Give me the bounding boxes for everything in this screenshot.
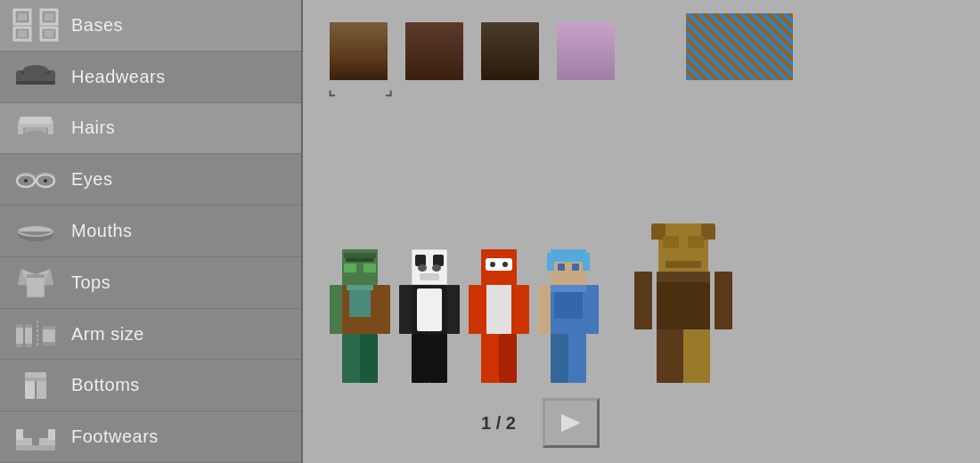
tops-label: Tops (71, 272, 110, 293)
hairs-label: Hairs (71, 118, 115, 138)
bracket-br: ⌟ (385, 80, 392, 100)
bracket-tl: ⌞ (328, 80, 335, 100)
top-skin-1[interactable] (330, 22, 388, 80)
bottoms-label: Bottoms (71, 375, 140, 395)
svg-rect-44 (25, 378, 46, 381)
sidebar-item-headwears[interactable]: Headwears (0, 52, 301, 103)
main-content: ⌞ ⌟ (303, 0, 980, 463)
sidebar-item-bottoms[interactable]: Bottoms (0, 360, 301, 411)
svg-rect-17 (29, 131, 43, 138)
svg-rect-32 (16, 324, 23, 328)
bracket-row: ⌞ ⌟ (312, 80, 971, 94)
bottom-section: 1 / 2 (312, 392, 971, 454)
skin-item-3[interactable] (469, 249, 529, 383)
top-skin-2[interactable] (405, 22, 463, 80)
svg-rect-11 (16, 81, 55, 85)
hairs-icon (9, 109, 62, 148)
top-skin-4[interactable] (557, 22, 615, 80)
pagination-display: 1 / 2 (481, 413, 516, 434)
armsize-label: Arm size (71, 324, 144, 345)
sidebar-item-bases[interactable]: Bases (0, 0, 301, 52)
skin-item-5[interactable] (634, 223, 732, 383)
skin-top-block-3 (481, 22, 539, 80)
mouths-label: Mouths (71, 221, 133, 241)
sidebar: Bases Headwears Hairs (0, 0, 303, 463)
svg-rect-3 (45, 13, 53, 20)
svg-rect-35 (25, 324, 32, 328)
sidebar-item-tops[interactable]: Tops (0, 257, 301, 309)
sidebar-item-hairs[interactable]: Hairs (0, 103, 301, 155)
sidebar-item-armsize[interactable]: Arm size (0, 309, 301, 361)
svg-rect-1 (18, 13, 27, 20)
bases-icon (9, 5, 62, 45)
svg-rect-46 (16, 445, 36, 451)
skin-top-block-4 (557, 22, 615, 80)
top-skins-row (312, 9, 971, 80)
footwears-label: Footwears (71, 426, 159, 447)
skin-char-2 (399, 249, 460, 383)
skin-top-block-2 (405, 22, 463, 80)
sidebar-item-eyes[interactable]: Eyes (0, 154, 301, 206)
svg-rect-40 (43, 342, 55, 345)
svg-rect-33 (16, 344, 23, 347)
headwears-icon (9, 57, 62, 96)
eyes-icon (9, 160, 62, 199)
svg-rect-50 (48, 429, 55, 440)
svg-rect-39 (43, 326, 55, 329)
svg-point-23 (44, 179, 47, 183)
armsize-icon (9, 314, 62, 353)
skin-item-4[interactable] (538, 249, 599, 383)
svg-point-20 (24, 179, 28, 183)
svg-rect-14 (20, 117, 52, 124)
eyes-label: Eyes (71, 169, 112, 190)
skin-char-1 (330, 249, 390, 383)
skin-char-5 (634, 223, 732, 383)
svg-rect-49 (36, 445, 55, 451)
bases-label: Bases (71, 15, 123, 36)
svg-point-10 (23, 65, 48, 76)
next-icon (558, 410, 584, 435)
svg-rect-15 (48, 124, 53, 134)
bottoms-icon (9, 366, 62, 405)
svg-rect-36 (25, 344, 32, 347)
svg-rect-5 (18, 30, 27, 37)
svg-rect-30 (27, 274, 45, 278)
svg-rect-47 (16, 429, 23, 440)
skin-top-block-1 (330, 22, 388, 80)
sidebar-item-mouths[interactable]: Mouths (0, 206, 301, 257)
sidebar-item-footwears[interactable]: Footwears (0, 411, 301, 463)
skin-grid (312, 94, 971, 392)
next-page-button[interactable] (543, 398, 600, 448)
top-skin-3[interactable] (481, 22, 539, 80)
svg-marker-51 (561, 414, 581, 432)
top-skin-5[interactable] (686, 13, 793, 80)
skin-item-2[interactable] (399, 249, 460, 383)
skin-item-1[interactable] (330, 249, 390, 383)
tops-icon (9, 263, 62, 302)
skin-top-block-5 (686, 13, 793, 80)
svg-rect-7 (45, 30, 53, 37)
skin-char-3 (469, 249, 529, 383)
mouths-icon (9, 212, 62, 251)
footwears-icon (9, 418, 62, 457)
headwears-label: Headwears (71, 67, 166, 87)
skin-char-4 (538, 249, 599, 383)
